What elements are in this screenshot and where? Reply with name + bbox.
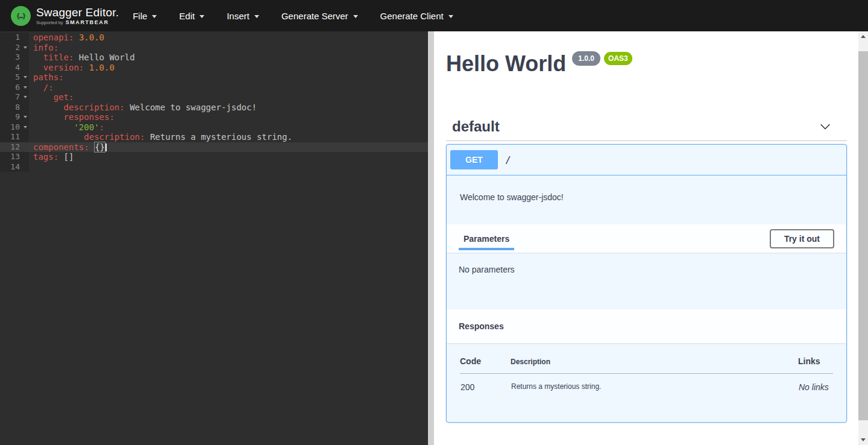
editor-line-1: 1openapi: 3.0.0: [0, 33, 428, 43]
operation-description: Welcome to swagger-jsdoc!: [447, 175, 846, 224]
try-it-out-button[interactable]: Try it out: [770, 229, 834, 248]
code-text: /:: [29, 83, 428, 93]
menu-label: File: [133, 11, 147, 21]
gutter-cell: 6: [0, 83, 29, 93]
menu-label: Insert: [227, 11, 250, 21]
menu-bar: FileEditInsertGenerate ServerGenerate Cl…: [133, 11, 476, 21]
code-text: description: Welcome to swagger-jsdoc!: [29, 103, 428, 113]
operation-summary[interactable]: GET /: [447, 145, 846, 175]
line-number: 9: [0, 112, 22, 122]
caret-down-icon: [448, 15, 453, 18]
menu-generate-client[interactable]: Generate Client: [380, 11, 453, 21]
menu-label: Edit: [179, 11, 195, 21]
response-links: No links: [798, 374, 833, 393]
editor-line-12: 12components: {}: [0, 142, 428, 153]
line-number: 14: [0, 162, 22, 172]
tag-title: default: [452, 118, 500, 135]
tag-section-default[interactable]: default: [446, 115, 847, 141]
fold-arrow-icon[interactable]: [24, 46, 27, 49]
line-number: 10: [0, 122, 22, 133]
response-code: 200: [460, 374, 511, 393]
editor-line-4: 4 version: 1.0.0: [0, 63, 428, 73]
line-number: 1: [0, 33, 22, 43]
gutter-cell: 4: [0, 63, 29, 73]
gutter-cell: 14: [0, 162, 29, 172]
swagger-logo-icon: {…}: [11, 6, 31, 26]
caret-down-icon: [200, 15, 204, 18]
code-text: '200':: [29, 122, 428, 133]
line-number: 11: [0, 132, 22, 142]
scrollbar-up-arrow-icon[interactable]: [858, 31, 868, 42]
scrollbar-down-arrow-icon[interactable]: [858, 435, 868, 445]
menu-edit[interactable]: Edit: [179, 11, 204, 21]
editor-line-10: 10 '200':: [0, 122, 428, 133]
text-cursor: [105, 144, 107, 151]
main-split: 1openapi: 3.0.02info:3 title: Hello Worl…: [0, 31, 868, 445]
pane-splitter[interactable]: [428, 31, 434, 445]
preview-scrollbar[interactable]: [858, 31, 868, 445]
chevron-down-icon[interactable]: [819, 120, 832, 133]
fold-arrow-icon[interactable]: [24, 76, 27, 78]
editor-line-8: 8 description: Welcome to swagger-jsdoc!: [0, 103, 428, 113]
gutter-cell: 11: [0, 132, 29, 142]
gutter-cell: 2: [0, 43, 29, 53]
caret-down-icon: [152, 15, 157, 18]
operation-path[interactable]: /: [505, 154, 511, 166]
line-number: 8: [0, 103, 22, 113]
method-badge-get[interactable]: GET: [450, 150, 498, 169]
tab-parameters[interactable]: Parameters: [459, 224, 514, 253]
responses-header: Responses: [447, 309, 846, 343]
brand-text: Swagger Editor. Supported by SMARTBEAR: [36, 7, 119, 25]
code-text: title: Hello World: [29, 52, 428, 63]
gutter-cell: 9: [0, 112, 29, 122]
no-parameters-message: No parameters: [447, 253, 846, 309]
line-number: 2: [0, 43, 22, 53]
caret-down-icon: [254, 15, 259, 18]
line-number: 5: [0, 72, 22, 83]
fold-arrow-icon[interactable]: [24, 96, 27, 98]
editor-line-11: 11 description: Returns a mysterious str…: [0, 132, 428, 142]
parameters-tab-label: Parameters: [464, 234, 509, 244]
editor-line-5: 5paths:: [0, 72, 428, 83]
code-text: openapi: 3.0.0: [29, 33, 428, 43]
brand-link[interactable]: {…} Swagger Editor. Supported by SMARTBE…: [11, 6, 119, 26]
menu-insert[interactable]: Insert: [227, 11, 259, 21]
response-description: Returns a mysterious string.: [511, 374, 798, 393]
code-text: version: 1.0.0: [29, 63, 428, 73]
code-text: responses:: [29, 112, 428, 122]
brand-title: Swagger Editor.: [36, 7, 119, 19]
code-text: [29, 162, 428, 172]
line-number: 6: [0, 83, 22, 93]
fold-arrow-icon[interactable]: [24, 116, 27, 118]
line-number: 12: [0, 142, 22, 153]
responses-table-wrapper: Code Description Links 200 Returns a mys…: [447, 343, 846, 422]
responses-table: Code Description Links 200 Returns a mys…: [460, 356, 833, 393]
menu-generate-server[interactable]: Generate Server: [281, 11, 358, 21]
supported-by-label: Supported by: [36, 20, 63, 25]
menu-label: Generate Server: [281, 11, 348, 21]
gutter-cell: 10: [0, 122, 29, 133]
line-number: 13: [0, 152, 22, 162]
gutter-cell: 5: [0, 72, 29, 83]
scrollbar-thumb[interactable]: [858, 51, 868, 420]
fold-arrow-icon[interactable]: [24, 126, 27, 128]
column-header-links: Links: [798, 356, 833, 374]
opblock-get-root: GET / Welcome to swagger-jsdoc! Paramete…: [446, 144, 847, 423]
responses-title: Responses: [459, 321, 504, 331]
line-number: 4: [0, 63, 22, 73]
line-number: 7: [0, 92, 22, 103]
yaml-editor[interactable]: 1openapi: 3.0.02info:3 title: Hello Worl…: [0, 31, 428, 445]
gutter-cell: 1: [0, 33, 29, 43]
code-text: info:: [29, 43, 428, 53]
fold-arrow-icon[interactable]: [24, 86, 27, 89]
column-header-code: Code: [460, 356, 511, 374]
editor-line-9: 9 responses:: [0, 112, 428, 122]
editor-line-6: 6 /:: [0, 83, 428, 93]
gutter-cell: 12: [0, 142, 29, 153]
parameters-header: Parameters Try it out: [447, 224, 846, 253]
code-text: description: Returns a mysterious string…: [29, 132, 428, 142]
topbar: {…} Swagger Editor. Supported by SMARTBE…: [0, 0, 868, 31]
menu-file[interactable]: File: [133, 11, 157, 21]
code-text: paths:: [29, 72, 428, 83]
editor-line-14: 14: [0, 162, 428, 172]
